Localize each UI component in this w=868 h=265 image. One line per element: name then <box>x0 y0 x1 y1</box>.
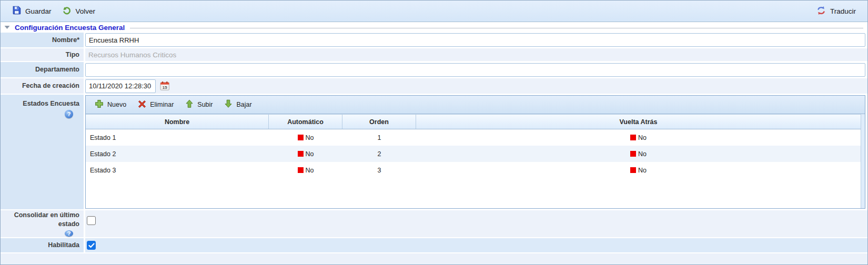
consolidar-content <box>85 210 867 237</box>
fecha-label-cell: Fecha de creación <box>1 78 85 94</box>
departamento-label-cell: Departamento <box>1 62 85 77</box>
cell-vuelta: No <box>416 167 861 174</box>
svg-text:15: 15 <box>162 85 167 90</box>
departamento-label: Departamento <box>35 65 79 74</box>
translate-button[interactable]: Traducir <box>811 4 861 19</box>
help-icon[interactable]: ? <box>65 110 73 118</box>
delete-state-button[interactable]: Eliminar <box>133 98 178 111</box>
estados-grid-inner: Nombre Automático Orden Vuelta Atrás Est… <box>86 114 861 208</box>
move-down-label: Bajar <box>236 101 251 108</box>
nombre-content <box>85 33 867 47</box>
field-row-nombre: Nombre* <box>1 33 867 48</box>
cell-vuelta: No <box>416 150 861 158</box>
save-button-label: Guardar <box>25 7 52 15</box>
field-row-consolidar: Consolidar en último estado ? <box>1 210 867 238</box>
field-row-fecha: Fecha de creación 15 <box>1 78 867 95</box>
fecha-input[interactable] <box>85 79 156 93</box>
column-header-vuelta-atras[interactable]: Vuelta Atrás <box>416 115 861 129</box>
nombre-label-cell: Nombre* <box>1 33 85 47</box>
back-button[interactable]: Volver <box>57 4 101 19</box>
habilitada-label-cell: Habilitada <box>1 238 85 252</box>
estados-grid: Nuevo Eliminar <box>85 95 865 209</box>
column-header-automatico[interactable]: Automático <box>269 115 342 129</box>
habilitada-label: Habilitada <box>48 241 79 249</box>
consolidar-checkbox[interactable] <box>87 216 96 225</box>
save-button[interactable]: Guardar <box>7 4 57 18</box>
red-square-icon <box>630 135 636 140</box>
fecha-label: Fecha de creación <box>22 81 79 90</box>
red-square-icon <box>298 135 304 140</box>
estados-content: Nuevo Eliminar <box>85 95 867 209</box>
cell-automatico: No <box>269 167 342 174</box>
floppy-disk-icon <box>12 6 21 16</box>
nombre-label: Nombre* <box>52 36 79 44</box>
habilitada-content <box>85 238 867 252</box>
section-header: Configuración Encuesta General <box>1 22 867 33</box>
cell-orden: 3 <box>342 167 416 174</box>
cell-automatico-text: No <box>306 134 314 141</box>
help-icon[interactable]: ? <box>65 230 73 237</box>
estados-grid-toolbar: Nuevo Eliminar <box>86 96 865 114</box>
back-arrow-icon <box>62 6 72 17</box>
fecha-content: 15 <box>85 78 867 94</box>
cell-automatico-text: No <box>306 150 314 158</box>
cell-automatico-text: No <box>306 167 314 174</box>
field-row-departamento: Departamento <box>1 62 867 78</box>
field-row-habilitada: Habilitada <box>1 238 867 253</box>
move-down-button[interactable]: Bajar <box>219 98 256 111</box>
habilitada-checkbox[interactable] <box>87 241 96 250</box>
cell-nombre: Estado 2 <box>86 150 269 158</box>
field-row-estados: Estados Encuesta ? Nuevo <box>1 95 867 210</box>
table-row[interactable]: Estado 2 No 2 No <box>86 146 861 162</box>
translate-arrows-icon <box>816 6 826 17</box>
top-toolbar: Guardar Volver Traducir <box>1 1 867 22</box>
estados-grid-body: Estado 1 No 1 No Es <box>86 129 861 208</box>
cell-vuelta: No <box>416 134 861 141</box>
move-up-button[interactable]: Subir <box>180 98 217 111</box>
translate-button-label: Traducir <box>830 7 856 15</box>
estados-label-cell: Estados Encuesta ? <box>1 95 85 209</box>
section-title: Configuración Encuesta General <box>15 24 125 32</box>
calendar-icon[interactable]: 15 <box>158 80 171 93</box>
cell-automatico: No <box>269 134 342 141</box>
delete-state-label: Eliminar <box>150 101 174 108</box>
tipo-value: Recursos Humanos Criticos <box>85 51 176 59</box>
tipo-content: Recursos Humanos Criticos <box>85 48 867 61</box>
cell-vuelta-text: No <box>638 150 647 158</box>
cell-automatico: No <box>269 150 342 158</box>
column-header-nombre[interactable]: Nombre <box>86 115 269 129</box>
field-row-tipo: Tipo Recursos Humanos Criticos <box>1 48 867 62</box>
tipo-label: Tipo <box>66 50 79 59</box>
new-state-button[interactable]: Nuevo <box>90 98 131 111</box>
departamento-input[interactable] <box>85 63 865 77</box>
tipo-label-cell: Tipo <box>1 48 85 61</box>
red-square-icon <box>298 151 304 157</box>
cell-orden: 1 <box>342 134 416 141</box>
triangle-down-icon[interactable] <box>4 25 10 29</box>
table-row[interactable]: Estado 3 No 3 No <box>86 162 861 178</box>
cell-orden: 2 <box>342 150 416 158</box>
nombre-input[interactable] <box>85 33 865 47</box>
red-square-icon <box>630 167 636 173</box>
arrow-up-icon <box>185 99 194 110</box>
red-square-icon <box>630 151 636 157</box>
red-x-icon <box>138 100 146 110</box>
consolidar-label-cell: Consolidar en último estado ? <box>1 210 85 237</box>
survey-config-page: Guardar Volver Traducir <box>0 0 868 265</box>
plus-icon <box>95 99 104 110</box>
table-row[interactable]: Estado 1 No 1 No <box>86 129 861 146</box>
next-row-partial <box>1 253 867 265</box>
back-button-label: Volver <box>76 7 96 15</box>
consolidar-label: Consolidar en último estado <box>3 211 79 228</box>
column-header-orden[interactable]: Orden <box>342 115 416 129</box>
cell-vuelta-text: No <box>638 134 647 141</box>
estados-grid-header: Nombre Automático Orden Vuelta Atrás <box>86 114 861 129</box>
cell-vuelta-text: No <box>638 167 647 174</box>
new-state-label: Nuevo <box>107 101 126 108</box>
cell-nombre: Estado 1 <box>86 134 269 141</box>
cell-nombre: Estado 3 <box>86 167 269 174</box>
move-up-label: Subir <box>197 101 213 108</box>
arrow-down-icon <box>224 99 233 110</box>
red-square-icon <box>298 167 304 173</box>
departamento-content <box>85 62 867 77</box>
